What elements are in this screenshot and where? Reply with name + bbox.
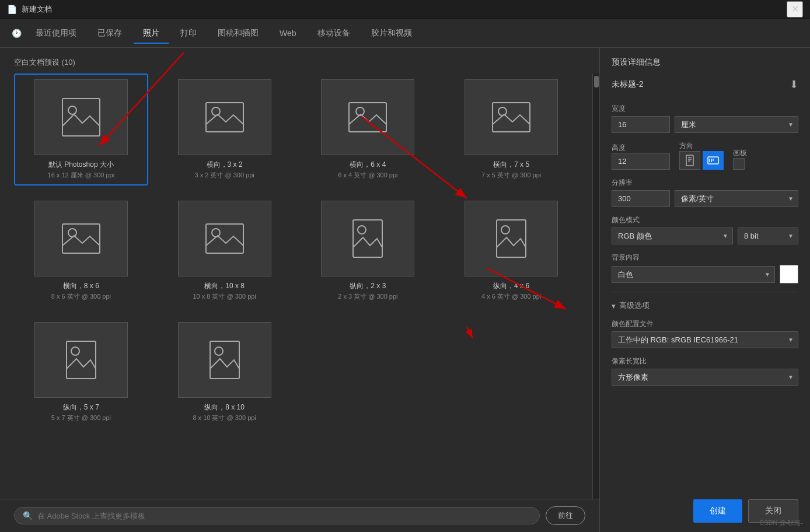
template-item[interactable]: 横向，7 x 5 7 x 5 英寸 @ 300 ppi	[444, 74, 578, 186]
template-thumbnail	[465, 79, 558, 155]
color-mode-field-group: 颜色模式 RGB 颜色 灰度 CMYK 颜色 Lab 颜色 位图 8	[612, 215, 798, 244]
svg-rect-4	[349, 103, 386, 132]
landscape-button[interactable]	[703, 151, 724, 170]
resolution-unit-select[interactable]: 像素/英寸 像素/厘米	[675, 190, 798, 207]
canvas-label: 画板	[733, 148, 747, 158]
template-grid: 默认 Photoshop 大小 16 x 12 厘米 @ 300 ppi	[14, 74, 578, 438]
template-size-9: 8 x 10 英寸 @ 300 ppi	[193, 414, 256, 422]
svg-rect-0	[62, 99, 100, 136]
svg-point-15	[501, 226, 509, 234]
bit-depth-select[interactable]: 8 bit 16 bit 32 bit	[738, 228, 798, 244]
pixel-ratio-label: 像素长宽比	[612, 356, 798, 366]
height-label: 高度	[612, 143, 670, 153]
template-name-4: 横向，8 x 6	[63, 281, 99, 291]
svg-rect-6	[493, 103, 530, 132]
title-bar-title-area: 📄 新建文档	[7, 4, 52, 15]
color-mode-label: 颜色模式	[612, 215, 798, 225]
template-item[interactable]: 横向，6 x 4 6 x 4 英寸 @ 300 ppi	[301, 74, 435, 186]
canvas-checkbox[interactable]	[733, 158, 745, 170]
template-item[interactable]: 默认 Photoshop 大小 16 x 12 厘米 @ 300 ppi	[14, 74, 148, 186]
template-size-2: 6 x 4 英寸 @ 300 ppi	[338, 171, 397, 180]
app-icon: 📄	[7, 5, 17, 14]
template-name-6: 纵向，2 x 3	[350, 281, 386, 291]
tab-print[interactable]: 打印	[171, 23, 206, 43]
section-title: 空白文档预设 (10)	[0, 48, 599, 74]
search-input[interactable]	[37, 512, 531, 520]
bg-content-select[interactable]: 白色 黑色 背景色 透明 自定义...	[612, 266, 775, 283]
height-input[interactable]	[612, 153, 670, 170]
color-profile-field-group: 颜色配置文件 工作中的 RGB: sRGB IEC61966-21	[612, 319, 798, 348]
right-footer: 创建 关闭	[612, 490, 798, 523]
color-profile-wrapper: 工作中的 RGB: sRGB IEC61966-21	[612, 331, 798, 348]
template-icon	[201, 337, 248, 383]
tab-web[interactable]: Web	[270, 24, 306, 43]
template-thumbnail	[321, 201, 414, 276]
template-name-1: 横向，3 x 2	[207, 160, 243, 170]
template-name-5: 横向，10 x 8	[204, 281, 245, 291]
width-field-group: 宽度 厘米 像素 英寸 毫米	[612, 104, 798, 133]
tab-saved[interactable]: 已保存	[88, 23, 131, 43]
tab-photo[interactable]: 照片	[134, 23, 169, 43]
portrait-button[interactable]	[679, 151, 700, 170]
bg-content-row: 白色 黑色 背景色 透明 自定义...	[612, 265, 798, 284]
template-size-5: 10 x 8 英寸 @ 300 ppi	[193, 292, 256, 301]
svg-point-1	[68, 106, 76, 114]
create-button[interactable]: 创建	[693, 499, 742, 523]
template-item[interactable]: 横向，3 x 2 3 x 2 英寸 @ 300 ppi	[158, 74, 292, 186]
bg-content-field-group: 背景内容 白色 黑色 背景色 透明 自定义...	[612, 253, 798, 284]
right-panel: 预设详细信息 未标题-2 ⬇ 宽度 厘米 像素 英寸 毫米	[600, 48, 810, 532]
color-mode-select[interactable]: RGB 颜色 灰度 CMYK 颜色 Lab 颜色 位图	[612, 228, 733, 244]
close-button[interactable]: ✕	[787, 1, 803, 18]
template-icon	[488, 215, 535, 262]
bg-color-swatch[interactable]	[780, 265, 798, 284]
color-profile-select[interactable]: 工作中的 RGB: sRGB IEC61966-21	[612, 331, 798, 348]
color-mode-wrapper: RGB 颜色 灰度 CMYK 颜色 Lab 颜色 位图	[612, 228, 733, 244]
template-icon	[344, 94, 391, 141]
resolution-field-group: 分辨率 像素/英寸 像素/厘米	[612, 178, 798, 207]
tab-art[interactable]: 图稿和插图	[208, 23, 268, 43]
resolution-input[interactable]	[612, 190, 670, 207]
tab-recent[interactable]: 最近使用项	[26, 23, 86, 43]
template-item[interactable]: 纵向，5 x 7 5 x 7 英寸 @ 300 ppi	[14, 316, 148, 428]
template-size-0: 16 x 12 厘米 @ 300 ppi	[48, 171, 115, 180]
width-unit-wrapper: 厘米 像素 英寸 毫米	[675, 116, 798, 133]
landscape-icon	[707, 156, 719, 165]
template-item[interactable]: 纵向，4 x 6 4 x 6 英寸 @ 300 ppi	[444, 195, 578, 307]
tab-mobile[interactable]: 移动设备	[308, 23, 359, 43]
template-name-2: 横向，6 x 4	[350, 160, 386, 170]
template-name-8: 纵向，5 x 7	[63, 402, 99, 412]
bg-content-label: 背景内容	[612, 253, 798, 262]
pixel-ratio-select[interactable]: 方形像素 D1/DV NTSC (0.91)	[612, 369, 798, 386]
template-icon	[201, 94, 248, 141]
template-item[interactable]: 纵向，2 x 3 2 x 3 英寸 @ 300 ppi	[301, 195, 435, 307]
svg-point-3	[212, 107, 220, 116]
recent-clock-icon: 🕐	[12, 29, 22, 38]
save-preset-button[interactable]: ⬇	[790, 78, 798, 91]
template-size-3: 7 x 5 英寸 @ 300 ppi	[481, 171, 541, 180]
template-item[interactable]: 纵向，8 x 10 8 x 10 英寸 @ 300 ppi	[158, 316, 292, 428]
template-name-9: 纵向，8 x 10	[204, 402, 245, 412]
tab-film[interactable]: 胶片和视频	[362, 23, 421, 43]
template-name-0: 默认 Photoshop 大小	[48, 160, 114, 170]
template-thumbnail	[178, 79, 271, 155]
orientation-label: 方向	[679, 141, 724, 151]
svg-rect-2	[206, 103, 243, 132]
advanced-toggle[interactable]: ▾ 高级选项	[612, 300, 798, 311]
template-item[interactable]: 横向，8 x 6 8 x 6 英寸 @ 300 ppi	[14, 195, 148, 307]
width-input[interactable]	[612, 116, 670, 133]
tab-bar: 🕐 最近使用项 已保存 照片 打印 图稿和插图 Web 移动设备 胶片和视频	[0, 19, 810, 48]
color-mode-row: RGB 颜色 灰度 CMYK 颜色 Lab 颜色 位图 8 bit 16 bit…	[612, 228, 798, 244]
pixel-ratio-field-group: 像素长宽比 方形像素 D1/DV NTSC (0.91)	[612, 356, 798, 386]
pixel-ratio-wrapper: 方形像素 D1/DV NTSC (0.91)	[612, 369, 798, 386]
resolution-label: 分辨率	[612, 178, 798, 188]
template-item[interactable]: 横向，10 x 8 10 x 8 英寸 @ 300 ppi	[158, 195, 292, 307]
template-size-6: 2 x 3 英寸 @ 300 ppi	[338, 292, 397, 301]
resolution-unit-wrapper: 像素/英寸 像素/厘米	[675, 190, 798, 207]
template-thumbnail	[178, 322, 271, 398]
search-bar: 🔍 前往	[0, 499, 599, 532]
template-icon	[201, 215, 248, 262]
width-unit-select[interactable]: 厘米 像素 英寸 毫米	[675, 116, 798, 133]
svg-rect-12	[353, 220, 382, 257]
template-thumbnail	[321, 79, 414, 155]
search-go-button[interactable]: 前往	[546, 506, 585, 525]
